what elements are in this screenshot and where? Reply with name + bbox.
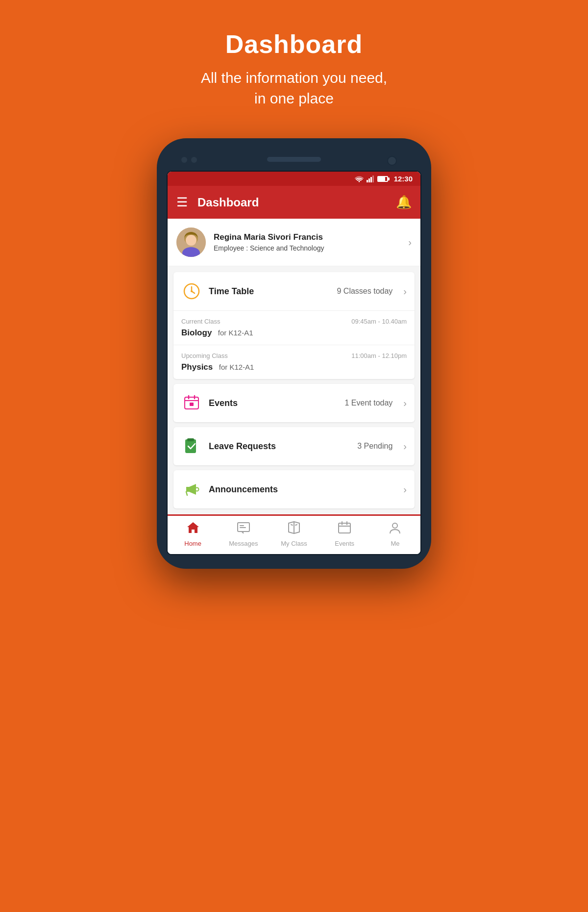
- svg-rect-23: [339, 523, 350, 533]
- svg-rect-1: [368, 178, 370, 182]
- announcements-icon: [181, 479, 202, 500]
- profile-name: Regina Maria Sivori Francis: [214, 232, 400, 242]
- hamburger-icon[interactable]: ☰: [176, 195, 188, 210]
- events-chevron-icon: ›: [403, 398, 407, 409]
- svg-rect-3: [372, 176, 374, 182]
- nav-my-class[interactable]: My Class: [269, 521, 319, 547]
- messages-icon: [237, 521, 250, 538]
- current-class-label: Current Class: [181, 318, 220, 325]
- svg-rect-0: [367, 180, 368, 182]
- timetable-header[interactable]: Time Table 9 Classes today ›: [173, 272, 415, 310]
- status-bar: 12:30: [168, 172, 420, 186]
- svg-rect-18: [187, 438, 194, 441]
- announcements-header[interactable]: Announcements ›: [173, 470, 415, 508]
- current-class-name-row: Biology for K12-A1: [181, 328, 407, 338]
- phone-speaker: [267, 157, 321, 162]
- nav-messages-label: Messages: [229, 540, 258, 547]
- bell-icon[interactable]: 🔔: [396, 195, 412, 210]
- timetable-icon: [181, 281, 202, 302]
- nav-events-label: Events: [335, 540, 354, 547]
- timetable-card[interactable]: Time Table 9 Classes today › Current Cla…: [173, 272, 415, 379]
- nav-events[interactable]: Events: [319, 521, 370, 547]
- phone-shell: 12:30 ☰ Dashboard 🔔: [157, 138, 431, 569]
- current-class-detail: Current Class 09:45am - 10.40am Biology …: [173, 310, 415, 345]
- svg-point-6: [186, 235, 196, 246]
- status-icons: 12:30: [355, 175, 413, 183]
- status-time: 12:30: [394, 175, 413, 183]
- svg-point-11: [191, 290, 193, 292]
- phone-top-bar: [167, 152, 421, 171]
- current-class-meta: Current Class 09:45am - 10.40am: [181, 318, 407, 325]
- signal-icon: [367, 176, 374, 182]
- timetable-chevron-icon: ›: [403, 286, 407, 297]
- current-class-subject: Biology: [181, 328, 212, 337]
- avatar: [176, 228, 206, 257]
- timetable-label: Time Table: [209, 286, 330, 297]
- current-class-group: for K12-A1: [218, 329, 253, 337]
- profile-chevron-icon: ›: [408, 237, 412, 248]
- phone-dots: [181, 157, 197, 163]
- nav-me[interactable]: Me: [370, 521, 420, 547]
- events-count: 1 Event today: [344, 399, 392, 407]
- page-title: Dashboard: [225, 29, 363, 59]
- leave-requests-card[interactable]: Leave Requests 3 Pending ›: [173, 427, 415, 465]
- nav-my-class-label: My Class: [281, 540, 307, 547]
- announcements-chevron-icon: ›: [403, 484, 407, 495]
- events-card[interactable]: Events 1 Event today ›: [173, 384, 415, 422]
- upcoming-class-meta: Upcoming Class 11:00am - 12.10pm: [181, 352, 407, 359]
- leave-requests-count: 3 Pending: [357, 442, 392, 451]
- upcoming-class-detail: Upcoming Class 11:00am - 12.10pm Physics…: [173, 345, 415, 379]
- leave-requests-chevron-icon: ›: [403, 441, 407, 452]
- me-icon: [388, 521, 402, 538]
- events-icon: [181, 393, 202, 413]
- svg-rect-16: [190, 403, 194, 406]
- profile-card[interactable]: Regina Maria Sivori Francis Employee : S…: [168, 219, 420, 266]
- current-class-time: 09:45am - 10.40am: [351, 318, 407, 325]
- svg-rect-17: [185, 439, 196, 453]
- nav-me-label: Me: [391, 540, 399, 547]
- leave-requests-header[interactable]: Leave Requests 3 Pending ›: [173, 427, 415, 465]
- events-label: Events: [209, 398, 338, 408]
- bottom-nav: Home Messages: [168, 514, 420, 554]
- svg-marker-19: [186, 487, 189, 492]
- page-subtitle: All the information you need, in one pla…: [201, 68, 387, 109]
- announcements-label: Announcements: [209, 484, 386, 495]
- profile-role: Employee : Science and Technology: [214, 244, 400, 252]
- nav-events-icon: [338, 521, 351, 538]
- nav-home[interactable]: Home: [168, 521, 218, 547]
- phone-camera: [387, 156, 397, 166]
- upcoming-class-group: for K12-A1: [219, 363, 254, 371]
- events-header[interactable]: Events 1 Event today ›: [173, 384, 415, 422]
- upcoming-class-subject: Physics: [181, 362, 213, 372]
- my-class-icon: [287, 521, 301, 538]
- app-bar: ☰ Dashboard 🔔: [168, 186, 420, 219]
- svg-point-27: [392, 523, 397, 528]
- nav-messages[interactable]: Messages: [218, 521, 269, 547]
- timetable-count: 9 Classes today: [337, 287, 392, 296]
- wifi-icon: [355, 176, 364, 182]
- leave-requests-icon: [181, 436, 202, 456]
- content-area: Time Table 9 Classes today › Current Cla…: [168, 266, 420, 514]
- upcoming-class-label: Upcoming Class: [181, 352, 228, 359]
- profile-info: Regina Maria Sivori Francis Employee : S…: [214, 232, 400, 252]
- upcoming-class-name-row: Physics for K12-A1: [181, 362, 407, 372]
- svg-rect-2: [370, 177, 372, 182]
- phone-dot-1: [181, 157, 187, 163]
- announcements-card[interactable]: Announcements ›: [173, 470, 415, 508]
- battery-icon: [377, 176, 388, 182]
- upcoming-class-time: 11:00am - 12.10pm: [351, 352, 407, 359]
- phone-screen: 12:30 ☰ Dashboard 🔔: [167, 171, 421, 555]
- home-icon: [186, 521, 200, 538]
- phone-dot-2: [191, 157, 197, 163]
- leave-requests-label: Leave Requests: [209, 441, 350, 452]
- nav-home-label: Home: [184, 540, 201, 547]
- app-bar-title: Dashboard: [197, 196, 386, 209]
